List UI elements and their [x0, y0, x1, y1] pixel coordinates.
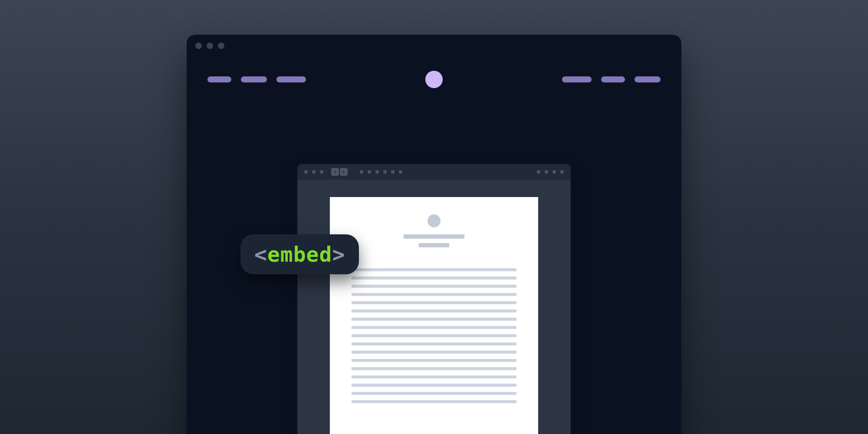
host-browser-window: < embed > — [187, 35, 681, 434]
document-body-line — [352, 326, 516, 329]
nav-link[interactable] — [635, 76, 661, 82]
embedded-traffic-lights — [304, 170, 323, 174]
document-body-line — [352, 384, 516, 387]
embedded-toolbar-mid — [356, 170, 529, 174]
embedded-browser-window — [297, 164, 571, 434]
toolbar-dot-icon — [560, 170, 564, 174]
document-body-line — [352, 351, 516, 354]
document-body-line — [352, 301, 516, 304]
close-icon[interactable] — [304, 170, 308, 174]
nav-link[interactable] — [241, 76, 267, 82]
document-body-line — [352, 293, 516, 296]
toolbar-dot-icon — [391, 170, 395, 174]
document-body-line — [352, 392, 516, 395]
tag-name: embed — [267, 242, 332, 266]
document-body-line — [352, 359, 516, 362]
minimize-icon[interactable] — [312, 170, 316, 174]
maximize-icon[interactable] — [218, 43, 224, 49]
close-icon[interactable] — [195, 43, 202, 49]
toolbar-dot-icon — [360, 170, 363, 174]
document-body-line — [352, 400, 516, 403]
document-subtitle-placeholder — [419, 243, 449, 247]
embedded-document — [330, 197, 538, 434]
document-body-line — [352, 342, 516, 345]
nav-link[interactable] — [601, 76, 625, 82]
toolbar-dot-icon — [383, 170, 387, 174]
toolbar-dot-icon — [537, 170, 540, 174]
document-body-line — [352, 268, 516, 271]
document-body-line — [352, 375, 516, 378]
document-body-line — [352, 285, 516, 288]
nav-link[interactable] — [276, 76, 306, 82]
document-body-line — [352, 367, 516, 370]
toolbar-dot-icon — [375, 170, 379, 174]
maximize-icon[interactable] — [320, 170, 323, 174]
toolbar-dot-icon — [545, 170, 548, 174]
nav-right — [562, 76, 661, 82]
toolbar-dot-icon — [399, 170, 402, 174]
document-body-line — [352, 309, 516, 312]
nav-left — [207, 76, 306, 82]
nav-link[interactable] — [207, 76, 231, 82]
document-body-line — [352, 334, 516, 337]
document-body-line — [352, 318, 516, 321]
host-titlebar — [187, 35, 681, 49]
toolbar-dot-icon — [368, 170, 371, 174]
forward-button[interactable] — [340, 168, 348, 176]
open-bracket: < — [254, 242, 267, 266]
embed-tag-badge: < embed > — [240, 234, 359, 274]
toolbar-dot-icon — [552, 170, 556, 174]
nav-link[interactable] — [562, 76, 592, 82]
embedded-toolbar-right — [537, 170, 564, 174]
minimize-icon[interactable] — [207, 43, 213, 49]
host-site-header — [187, 49, 681, 88]
back-button[interactable] — [331, 168, 339, 176]
site-logo-icon — [425, 71, 443, 88]
document-title-placeholder — [404, 234, 464, 239]
embedded-toolbar — [297, 164, 571, 180]
document-avatar-icon — [427, 214, 441, 227]
embedded-nav-arrows — [331, 168, 349, 176]
document-body-line — [352, 276, 516, 279]
close-bracket: > — [332, 242, 345, 266]
